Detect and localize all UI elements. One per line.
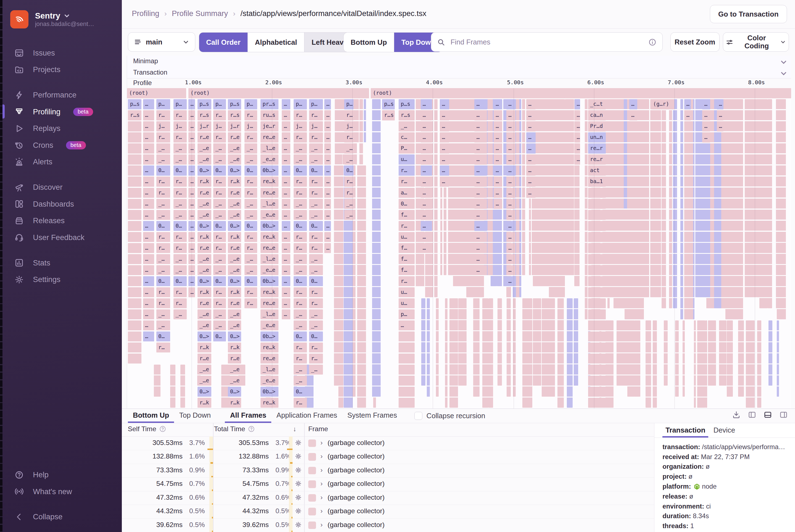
flame-cell[interactable]: r… xyxy=(173,298,187,308)
flame-cell[interactable] xyxy=(497,298,502,386)
flame-cell[interactable] xyxy=(588,232,606,242)
flame-cell[interactable] xyxy=(557,298,564,408)
flame-cell[interactable]: _… xyxy=(309,154,323,164)
flame-cell[interactable]: … xyxy=(324,232,331,242)
flame-cell[interactable]: r…s xyxy=(197,110,211,120)
flame-cell[interactable] xyxy=(482,298,488,408)
sidebar-item-stats[interactable]: Stats xyxy=(0,254,122,271)
flame-cell[interactable]: p… xyxy=(244,99,257,109)
flame-cell[interactable]: re…k xyxy=(261,232,279,242)
flame-cell[interactable]: 0… xyxy=(294,166,307,175)
flame-cell[interactable] xyxy=(128,121,141,131)
flame-cell[interactable]: … xyxy=(440,132,449,142)
flame-cell[interactable]: … xyxy=(702,132,710,142)
flame-cell[interactable] xyxy=(364,99,366,142)
flame-cell[interactable] xyxy=(567,298,573,408)
flame-cell[interactable]: … xyxy=(526,121,536,131)
frame-table-row[interactable]: 44.32ms0.5%44.32ms0.5%›(garbage collecto… xyxy=(122,505,654,519)
flame-cell[interactable]: 0… xyxy=(213,276,226,286)
sidebar-item-help[interactable]: Help xyxy=(0,467,122,483)
flame-cell[interactable]: j…r xyxy=(228,121,241,131)
flame-cell[interactable]: re…k xyxy=(261,343,279,353)
flame-cell[interactable]: r…s xyxy=(128,110,141,120)
flame-cell[interactable] xyxy=(588,199,606,209)
flame-cell[interactable]: … xyxy=(188,243,195,253)
flame-cell[interactable]: re…k xyxy=(261,176,279,187)
flame-cell[interactable]: … xyxy=(717,99,723,109)
flame-cell[interactable]: r…k xyxy=(228,232,241,242)
flame-cell[interactable]: r… xyxy=(309,110,323,120)
flame-cell[interactable]: … xyxy=(506,176,516,187)
flame-cell[interactable]: r… xyxy=(213,232,226,242)
flame-cell[interactable]: r…k xyxy=(197,398,211,408)
flame-cell[interactable]: r… xyxy=(213,132,226,142)
tab-all-frames[interactable]: All Frames xyxy=(225,409,271,423)
flame-cell[interactable] xyxy=(588,331,606,341)
flame-cell[interactable]: r…e xyxy=(197,243,211,253)
flame-cell[interactable] xyxy=(588,398,606,408)
flame-cell[interactable]: _… xyxy=(244,199,257,209)
flame-cell[interactable]: re…e xyxy=(261,188,279,198)
flame-cell[interactable]: 0… xyxy=(156,166,170,175)
flame-cell[interactable]: … xyxy=(324,99,331,109)
flame-cell[interactable]: _…e xyxy=(228,265,241,275)
flame-cell[interactable]: r…e xyxy=(228,354,241,363)
flame-cell[interactable]: _… xyxy=(156,309,170,319)
flame-cell[interactable]: … xyxy=(188,221,195,231)
flame-cell[interactable] xyxy=(624,99,627,209)
flame-cell[interactable]: pr…s xyxy=(261,99,279,109)
flame-cell[interactable]: r… xyxy=(213,243,226,253)
flame-cell[interactable]: … xyxy=(474,121,487,131)
flame-cell[interactable]: r… xyxy=(309,287,323,297)
flame-cell[interactable]: _…e xyxy=(197,265,211,275)
sidebar-item-issues[interactable]: Issues xyxy=(0,45,122,62)
flame-cell[interactable]: _… xyxy=(173,144,187,153)
flame-cell[interactable]: … xyxy=(526,132,536,142)
flame-cell[interactable]: … xyxy=(494,144,502,153)
flame-cell[interactable]: re…e xyxy=(261,243,279,253)
flame-cell[interactable]: _… xyxy=(213,265,226,275)
flame-cell[interactable]: … xyxy=(474,154,487,164)
sidebar-item-projects[interactable]: Projects xyxy=(0,61,122,78)
flame-cell[interactable]: … xyxy=(188,265,195,275)
flame-cell[interactable]: _… xyxy=(309,254,323,264)
flame-cell[interactable] xyxy=(588,188,606,198)
flame-cell[interactable]: u… xyxy=(399,232,415,242)
flame-cell[interactable]: … xyxy=(526,166,536,175)
flame-cell[interactable]: … xyxy=(282,298,290,308)
flame-cell[interactable]: r…k xyxy=(228,176,241,187)
flame-cell[interactable]: … xyxy=(494,132,502,142)
flame-cell[interactable]: … xyxy=(717,110,723,120)
flame-cell[interactable]: … xyxy=(421,99,432,109)
flame-cell[interactable]: p… xyxy=(294,99,307,109)
flame-cell[interactable]: p… xyxy=(399,309,415,319)
transaction-row[interactable]: Transaction xyxy=(127,67,791,78)
flame-cell[interactable]: 0… xyxy=(244,221,257,231)
frame-settings-gear-icon[interactable] xyxy=(295,466,302,474)
flame-cell[interactable]: _… xyxy=(213,154,226,164)
flame-cell[interactable]: r… xyxy=(156,232,170,242)
segment-bottom-up[interactable]: Bottom Up xyxy=(344,33,394,52)
flame-cell[interactable] xyxy=(399,354,415,363)
frame-settings-gear-icon[interactable] xyxy=(295,439,302,446)
flame-cell[interactable]: r…e xyxy=(197,132,211,142)
flame-cell[interactable] xyxy=(540,99,547,286)
flame-cell[interactable] xyxy=(708,320,716,386)
sidebar-item-discover[interactable]: Discover xyxy=(0,179,122,196)
flame-cell[interactable]: _… xyxy=(294,154,307,164)
expand-chevron-icon[interactable]: › xyxy=(320,521,323,529)
flame-cell[interactable]: … xyxy=(143,309,154,319)
flame-cell[interactable]: r… xyxy=(294,132,307,142)
layout-bottom-icon[interactable] xyxy=(763,411,772,419)
flame-cell[interactable]: … xyxy=(188,99,195,109)
flame-cell[interactable]: 0… xyxy=(156,221,170,231)
flame-cell[interactable]: … xyxy=(324,188,331,198)
flame-cell[interactable]: … xyxy=(629,99,637,109)
flame-cell[interactable]: … xyxy=(188,144,195,153)
flame-cell[interactable]: … xyxy=(494,154,502,164)
flame-cell[interactable]: _… xyxy=(173,309,187,319)
flame-cell[interactable] xyxy=(588,254,606,264)
flame-cell[interactable]: … xyxy=(506,199,516,209)
flame-cell[interactable]: r… xyxy=(294,287,307,297)
flame-cell[interactable]: 0… xyxy=(173,221,187,231)
